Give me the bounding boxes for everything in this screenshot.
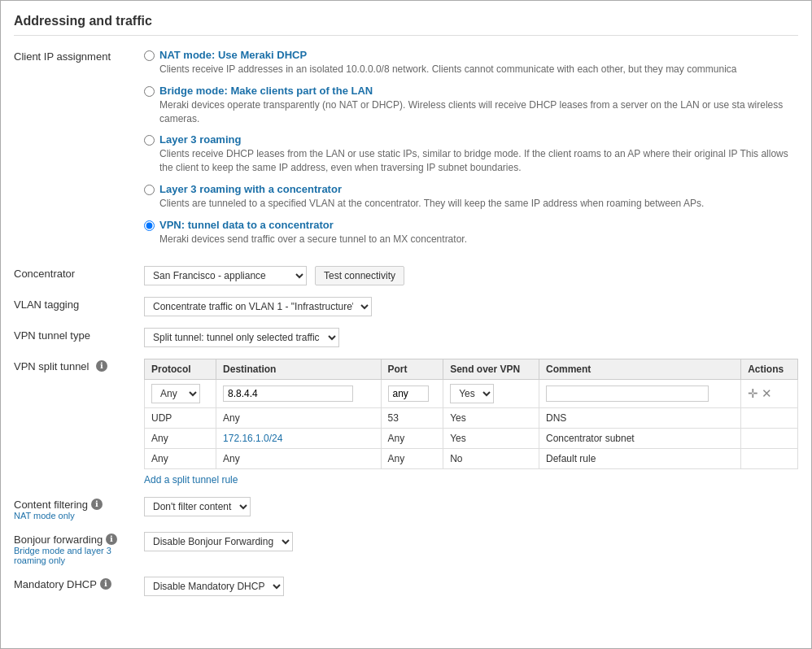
vpn-tunnel-type-content: Split tunnel: tunnel only selected traff… <box>144 328 798 347</box>
radio-nat-label: NAT mode: Use Meraki DHCP <box>159 49 736 61</box>
radio-vpn[interactable] <box>144 220 155 231</box>
concentrator-select[interactable]: San Francisco - appliance <box>144 266 307 285</box>
split-tunnel-table: Protocol Destination Port Send over VPN … <box>144 359 798 469</box>
editable-destination-input[interactable] <box>223 385 353 402</box>
editable-comment-cell <box>539 379 740 407</box>
row3-actions <box>741 448 798 468</box>
radio-bridge-desc: Meraki devices operate transparently (no… <box>159 98 798 126</box>
row2-actions <box>741 428 798 448</box>
vlan-tagging-content: Concentrate traffic on VLAN 1 - "Infrast… <box>144 297 798 316</box>
client-ip-assignment-options: NAT mode: Use Meraki DHCP Clients receiv… <box>144 49 798 255</box>
content-filtering-sub: NAT mode only <box>14 511 75 521</box>
radio-option-vpn: VPN: tunnel data to a concentrator Merak… <box>144 219 798 246</box>
col-protocol: Protocol <box>145 359 216 379</box>
content-filtering-content: Don't filter content <box>144 497 798 516</box>
concentrator-row: San Francisco - appliance Test connectiv… <box>144 266 798 285</box>
mandatory-dhcp-label: Mandatory DHCP ℹ <box>14 577 144 590</box>
mandatory-dhcp-info-icon[interactable]: ℹ <box>100 578 111 590</box>
mandatory-dhcp-text: Mandatory DHCP <box>14 578 97 590</box>
table-row: UDP Any 53 Yes DNS <box>145 407 798 428</box>
bonjour-forwarding-content: Disable Bonjour Forwarding <box>144 532 798 551</box>
row1-actions <box>741 407 798 428</box>
client-ip-assignment-label: Client IP assignment <box>14 49 144 63</box>
bonjour-forwarding-section: Bonjour forwarding ℹ Bridge mode and lay… <box>14 532 798 565</box>
bonjour-forwarding-select[interactable]: Disable Bonjour Forwarding <box>144 532 293 551</box>
row2-destination-link[interactable]: 172.16.1.0/24 <box>223 433 282 444</box>
row2-comment: Concentrator subnet <box>539 428 740 448</box>
table-row: Any 172.16.1.0/24 Any Yes Concentrator s… <box>145 428 798 448</box>
col-send-over-vpn: Send over VPN <box>443 359 539 379</box>
row3-send-vpn: No <box>443 448 539 468</box>
editable-comment-input[interactable] <box>546 385 709 402</box>
mandatory-dhcp-content: Disable Mandatory DHCP <box>144 577 798 596</box>
remove-row-icon[interactable]: ✕ <box>762 386 772 401</box>
vpn-tunnel-type-select[interactable]: Split tunnel: tunnel only selected traff… <box>144 328 339 347</box>
editable-row: Any TCP UDP ICMP <box>145 379 798 407</box>
editable-protocol-cell: Any TCP UDP ICMP <box>145 379 216 407</box>
col-destination: Destination <box>216 359 381 379</box>
bonjour-forwarding-info-icon[interactable]: ℹ <box>106 534 117 545</box>
vlan-tagging-label: VLAN tagging <box>14 297 144 311</box>
radio-option-layer3: Layer 3 roaming Clients receive DHCP lea… <box>144 133 798 175</box>
col-actions: Actions <box>741 359 798 379</box>
radio-option-nat: NAT mode: Use Meraki DHCP Clients receiv… <box>144 49 798 76</box>
row2-protocol: Any <box>145 428 216 448</box>
editable-destination-cell <box>216 379 381 407</box>
content-filtering-text: Content filtering <box>14 499 88 511</box>
row1-send-vpn: Yes <box>443 407 539 428</box>
editable-protocol-select[interactable]: Any TCP UDP ICMP <box>151 384 200 403</box>
table-row: Any Any Any No Default rule <box>145 448 798 468</box>
editable-port-cell <box>381 379 443 407</box>
radio-option-layer3concentrator: Layer 3 roaming with a concentrator Clie… <box>144 183 798 211</box>
radio-layer3concentrator-label: Layer 3 roaming with a concentrator <box>159 183 704 195</box>
col-comment: Comment <box>539 359 740 379</box>
mandatory-dhcp-select[interactable]: Disable Mandatory DHCP <box>144 577 284 596</box>
mandatory-dhcp-section: Mandatory DHCP ℹ Disable Mandatory DHCP <box>14 577 798 596</box>
radio-bridge[interactable] <box>144 86 155 97</box>
radio-bridge-label: Bridge mode: Make clients part of the LA… <box>159 85 798 97</box>
radio-vpn-desc: Meraki devices send traffic over a secur… <box>159 233 467 246</box>
concentrator-content: San Francisco - appliance Test connectiv… <box>144 266 798 285</box>
content-filtering-label: Content filtering ℹ NAT mode only <box>14 497 144 521</box>
row1-port: 53 <box>381 407 443 428</box>
vpn-split-tunnel-info-icon[interactable]: ℹ <box>96 360 107 372</box>
radio-layer3concentrator-desc: Clients are tunneled to a specified VLAN… <box>159 197 704 211</box>
radio-layer3-label: Layer 3 roaming <box>159 133 798 146</box>
radio-vpn-label: VPN: tunnel data to a concentrator <box>159 219 467 231</box>
row1-comment: DNS <box>539 407 740 428</box>
vpn-tunnel-type-label: VPN tunnel type <box>14 328 144 342</box>
content-filtering-select[interactable]: Don't filter content <box>144 497 251 516</box>
editable-send-vpn-cell: Yes No <box>443 379 539 407</box>
add-split-tunnel-rule-link[interactable]: Add a split tunnel rule <box>144 474 238 486</box>
concentrator-section: Concentrator San Francisco - appliance T… <box>14 266 798 285</box>
page-title: Addressing and traffic <box>14 14 798 36</box>
editable-port-input[interactable] <box>388 385 429 402</box>
add-row-icon[interactable]: ✛ <box>748 386 758 401</box>
content-filtering-section: Content filtering ℹ NAT mode only Don't … <box>14 497 798 521</box>
row3-protocol: Any <box>145 448 216 468</box>
bonjour-forwarding-text: Bonjour forwarding <box>14 534 103 546</box>
row3-destination: Any <box>216 448 381 468</box>
vlan-tagging-section: VLAN tagging Concentrate traffic on VLAN… <box>14 297 798 316</box>
radio-layer3concentrator[interactable] <box>144 185 155 195</box>
editable-send-vpn-select[interactable]: Yes No <box>450 384 494 403</box>
row1-protocol: UDP <box>145 407 216 428</box>
test-connectivity-button[interactable]: Test connectivity <box>315 266 404 285</box>
row3-comment: Default rule <box>539 448 740 468</box>
row3-port: Any <box>381 448 443 468</box>
bonjour-forwarding-sub: Bridge mode and layer 3 roaming only <box>14 546 144 565</box>
radio-layer3-desc: Clients receive DHCP leases from the LAN… <box>159 147 798 175</box>
radio-nat-desc: Clients receive IP addresses in an isola… <box>159 63 736 76</box>
editable-actions-cell: ✛ ✕ <box>741 379 798 407</box>
vpn-split-tunnel-section: VPN split tunnel ℹ Protocol Destination … <box>14 359 798 486</box>
row1-destination: Any <box>216 407 381 428</box>
radio-layer3[interactable] <box>144 135 155 146</box>
content-filtering-info-icon[interactable]: ℹ <box>91 499 103 510</box>
vlan-tagging-select[interactable]: Concentrate traffic on VLAN 1 - "Infrast… <box>144 297 372 316</box>
vpn-split-tunnel-content: Protocol Destination Port Send over VPN … <box>144 359 798 486</box>
row2-send-vpn: Yes <box>443 428 539 448</box>
radio-option-bridge: Bridge mode: Make clients part of the LA… <box>144 85 798 126</box>
page-container: Addressing and traffic Client IP assignm… <box>0 0 812 649</box>
radio-nat[interactable] <box>144 50 155 61</box>
client-ip-assignment-section: Client IP assignment NAT mode: Use Merak… <box>14 49 798 255</box>
